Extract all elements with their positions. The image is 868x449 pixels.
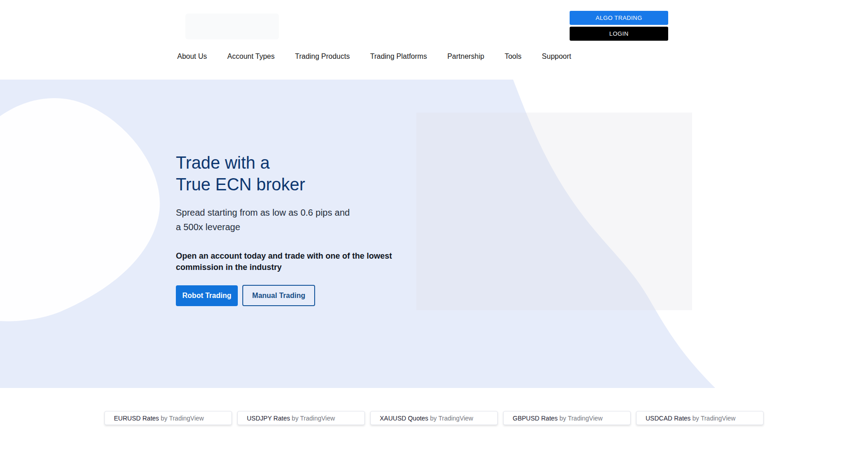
algo-trading-button[interactable]: ALGO TRADING <box>570 11 668 25</box>
ticker-card-gbpusd[interactable]: GBPUSD Rates by TradingView <box>503 411 631 425</box>
nav-item-partnership[interactable]: Partnership <box>447 52 484 61</box>
hero-highlight-text: Open an account today and trade with one… <box>176 250 411 273</box>
ticker-attribution: by TradingView <box>290 415 335 422</box>
main-nav: About Us Account Types Trading Products … <box>177 52 571 61</box>
nav-item-about-us[interactable]: About Us <box>177 52 207 61</box>
hero-content: Trade with a True ECN broker Spread star… <box>176 80 411 306</box>
nav-item-trading-products[interactable]: Trading Products <box>295 52 349 61</box>
hero-subtitle: Spread starting from as low as 0.6 pips … <box>176 205 411 234</box>
site-header: ALGO TRADING LOGIN About Us Account Type… <box>0 0 868 80</box>
manual-trading-button[interactable]: Manual Trading <box>242 285 315 306</box>
ticker-card-xauusd[interactable]: XAUUSD Quotes by TradingView <box>370 411 498 425</box>
robot-trading-button[interactable]: Robot Trading <box>176 285 238 306</box>
ticker-symbol-label: EURUSD Rates <box>114 415 159 422</box>
nav-item-account-types[interactable]: Account Types <box>227 52 275 61</box>
hero-cta-buttons: Robot Trading Manual Trading <box>176 285 411 306</box>
ticker-card-eurusd[interactable]: EURUSD Rates by TradingView <box>104 411 232 425</box>
ticker-symbol-label: XAUUSD Quotes <box>380 415 428 422</box>
nav-item-trading-platforms[interactable]: Trading Platforms <box>370 52 427 61</box>
nav-item-support[interactable]: Suppoort <box>542 52 571 61</box>
ticker-strip: EURUSD Rates by TradingView USDJPY Rates… <box>0 411 868 425</box>
ticker-card-usdjpy[interactable]: USDJPY Rates by TradingView <box>237 411 365 425</box>
login-button[interactable]: LOGIN <box>570 27 668 41</box>
hero-image-placeholder <box>416 113 692 310</box>
hero-section: Trade with a True ECN broker Spread star… <box>0 80 868 388</box>
ticker-attribution: by TradingView <box>691 415 736 422</box>
ticker-symbol-label: USDJPY Rates <box>247 415 290 422</box>
nav-item-tools[interactable]: Tools <box>505 52 521 61</box>
ticker-symbol-label: GBPUSD Rates <box>513 415 558 422</box>
site-logo[interactable] <box>185 14 279 39</box>
ticker-attribution: by TradingView <box>558 415 603 422</box>
hero-title: Trade with a True ECN broker <box>176 152 411 195</box>
ticker-attribution: by TradingView <box>159 415 204 422</box>
ticker-symbol-label: USDCAD Rates <box>646 415 691 422</box>
ticker-attribution: by TradingView <box>428 415 473 422</box>
ticker-card-usdcad[interactable]: USDCAD Rates by TradingView <box>636 411 764 425</box>
header-action-buttons: ALGO TRADING LOGIN <box>570 11 668 41</box>
